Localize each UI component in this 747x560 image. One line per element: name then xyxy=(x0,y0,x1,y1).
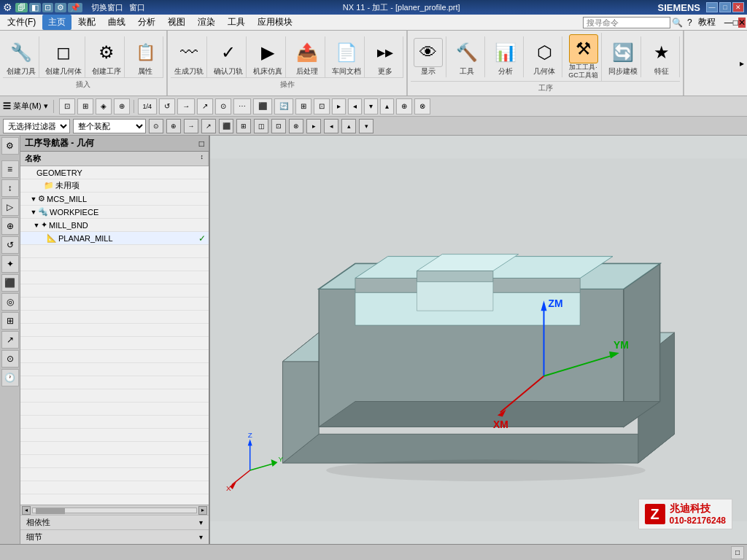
tree-item-mcs-mill[interactable]: ▼ ⚙ MCS_MILL xyxy=(20,192,209,206)
left-icon-11[interactable]: ⊙ xyxy=(1,350,19,368)
nav-dependency[interactable]: 相依性 ▾ xyxy=(20,515,209,529)
menu-restore[interactable]: □ xyxy=(733,18,738,28)
icon1[interactable]: 🗐 xyxy=(15,3,28,12)
status-icon-1[interactable]: □ xyxy=(731,546,744,559)
close-button[interactable]: ✕ xyxy=(732,2,744,12)
toolbar-shopfloor[interactable]: 📄 车间文档 xyxy=(328,36,365,77)
scroll-thumb[interactable] xyxy=(36,508,65,514)
left-icon-10[interactable]: ↗ xyxy=(1,331,19,349)
sec-btn-5[interactable]: 1/4 xyxy=(138,98,158,114)
filter-btn-8[interactable]: ⊡ xyxy=(271,119,286,133)
sec-btn-16[interactable]: ◂ xyxy=(348,98,362,114)
icon4[interactable]: ⚙ xyxy=(55,3,66,12)
sec-btn-1[interactable]: ⊡ xyxy=(59,98,75,114)
toolbar-geometry[interactable]: ⬡ 几何体 xyxy=(527,36,562,77)
menu-tools[interactable]: 工具 xyxy=(222,15,251,30)
left-icon-9[interactable]: ⊞ xyxy=(1,312,19,330)
filter-btn-9[interactable]: ⊗ xyxy=(289,119,303,133)
nav-maximize-button[interactable]: □ xyxy=(199,139,204,149)
viewport[interactable]: ZM YM XM Z Y X Z xyxy=(210,136,747,544)
menu-file[interactable]: 文件(F) xyxy=(1,15,42,30)
menu-render[interactable]: 渲染 xyxy=(192,15,221,30)
menu-curve[interactable]: 曲线 xyxy=(102,15,131,30)
toolbar-simulate[interactable]: ▶ 机床仿真 xyxy=(249,36,286,77)
left-icon-1[interactable]: ≡ xyxy=(1,160,19,178)
sec-btn-10[interactable]: ⋯ xyxy=(233,98,251,114)
toolbar-gen-path[interactable]: 〰 生成刀轨 xyxy=(171,36,207,77)
filter-btn-10[interactable]: ▸ xyxy=(306,119,321,133)
sec-btn-8[interactable]: ↗ xyxy=(197,98,213,114)
left-icon-4[interactable]: ⊕ xyxy=(1,217,19,235)
left-icon-7[interactable]: ⬛ xyxy=(1,274,19,292)
toolbar-property[interactable]: 📋 属性 xyxy=(128,36,163,77)
filter-btn-6[interactable]: ⊞ xyxy=(236,119,251,133)
filter-btn-4[interactable]: ↗ xyxy=(201,119,216,133)
filter-btn-7[interactable]: ◫ xyxy=(254,119,268,133)
filter-btn-13[interactable]: ▾ xyxy=(359,119,374,133)
sec-btn-18[interactable]: ▴ xyxy=(380,98,394,114)
menu-view[interactable]: 视图 xyxy=(162,15,191,30)
toolbar-postprocess[interactable]: 📤 后处理 xyxy=(289,36,325,77)
sec-btn-14[interactable]: ⊡ xyxy=(314,98,330,114)
expand-mcs[interactable]: ▼ xyxy=(29,195,38,203)
sec-btn-6[interactable]: ↺ xyxy=(159,98,175,114)
filter-select[interactable]: 无选择过滤器 xyxy=(3,119,70,133)
toolbar-create-op[interactable]: ⚙ 创建工序 xyxy=(88,36,125,77)
sec-btn-2[interactable]: ⊞ xyxy=(77,98,93,114)
icon5[interactable]: 📌 xyxy=(68,3,82,12)
toolbar-create-geom[interactable]: ◻ 创建几何体 xyxy=(42,36,85,77)
search-icon[interactable]: 🔍 xyxy=(672,18,683,28)
sort-icon[interactable]: ↕ xyxy=(201,153,204,160)
filter-btn-3[interactable]: → xyxy=(184,119,198,133)
menu-minimize[interactable]: — xyxy=(724,18,733,28)
toolbar-display[interactable]: 👁 显示 xyxy=(411,36,446,77)
sec-btn-15[interactable]: ▸ xyxy=(332,98,346,114)
sec-btn-7[interactable]: → xyxy=(177,98,195,114)
left-icon-2[interactable]: ↕ xyxy=(1,179,19,197)
sec-btn-3[interactable]: ◈ xyxy=(96,98,112,114)
tree-item-mill-bnd[interactable]: ▼ ✦ MILL_BND xyxy=(20,219,209,232)
filter-btn-5[interactable]: ⬛ xyxy=(219,119,233,133)
scroll-right-btn[interactable]: ▸ xyxy=(198,506,207,515)
toolbar-create-tool[interactable]: 🔧 创建刀具 xyxy=(3,36,39,77)
left-icon-6[interactable]: ✦ xyxy=(1,255,19,273)
toolbar-expand[interactable]: ▸ xyxy=(737,31,747,96)
menu-home[interactable]: 主页 xyxy=(42,15,71,30)
left-icon-clock[interactable]: 🕐 xyxy=(1,369,19,386)
menu-analysis[interactable]: 分析 xyxy=(132,15,161,30)
menu-assembly[interactable]: 装配 xyxy=(72,15,101,30)
filter-btn-11[interactable]: ◂ xyxy=(324,119,338,133)
expand-wp[interactable]: ▼ xyxy=(29,209,38,216)
icon3[interactable]: ⊡ xyxy=(42,3,53,12)
filter-btn-12[interactable]: ▴ xyxy=(341,119,356,133)
nav-detail[interactable]: 细节 ▾ xyxy=(20,529,209,544)
sec-btn-20[interactable]: ⊗ xyxy=(414,98,430,114)
toolbar-tool-mgr[interactable]: 🔨 工具 xyxy=(449,36,485,77)
sec-btn-11[interactable]: ⬛ xyxy=(253,98,272,114)
help-icon[interactable]: ? xyxy=(687,18,692,28)
left-icon-3[interactable]: ▷ xyxy=(1,198,19,216)
left-icon-8[interactable]: ◎ xyxy=(1,293,19,311)
left-icon-settings[interactable]: ⚙ xyxy=(1,137,19,155)
restore-button[interactable]: □ xyxy=(719,2,731,12)
sec-btn-13[interactable]: ⊞ xyxy=(295,98,311,114)
tree-item-geometry[interactable]: GEOMETRY xyxy=(20,166,209,179)
menu-tutorial[interactable]: 教程 xyxy=(692,15,721,30)
toolbar-verify[interactable]: ✓ 确认刀轨 xyxy=(210,36,247,77)
sec-btn-17[interactable]: ▾ xyxy=(364,98,378,114)
sec-menu-label[interactable]: ☰ 菜单(M) ▾ xyxy=(3,101,48,112)
toolbar-more[interactable]: ▸▸ 更多 xyxy=(368,36,403,77)
scroll-track[interactable] xyxy=(32,508,197,513)
tree-item-unused[interactable]: 📁 未用项 xyxy=(20,179,209,192)
toolbar-feature[interactable]: ★ 特征 xyxy=(644,36,680,77)
minimize-button[interactable]: — xyxy=(706,2,718,12)
sec-btn-12[interactable]: 🔄 xyxy=(274,98,293,114)
toolbar-analysis[interactable]: 📊 分析 xyxy=(488,36,524,77)
scroll-left-btn[interactable]: ◂ xyxy=(22,506,31,515)
left-icon-5[interactable]: ↺ xyxy=(1,236,19,254)
sec-btn-4[interactable]: ⊕ xyxy=(114,98,130,114)
sec-btn-19[interactable]: ⊕ xyxy=(396,98,412,114)
filter-btn-1[interactable]: ⊙ xyxy=(149,119,163,133)
tree-item-planar-mill[interactable]: 📐 PLANAR_MILL ✓ xyxy=(20,232,209,245)
search-input[interactable] xyxy=(583,17,670,28)
